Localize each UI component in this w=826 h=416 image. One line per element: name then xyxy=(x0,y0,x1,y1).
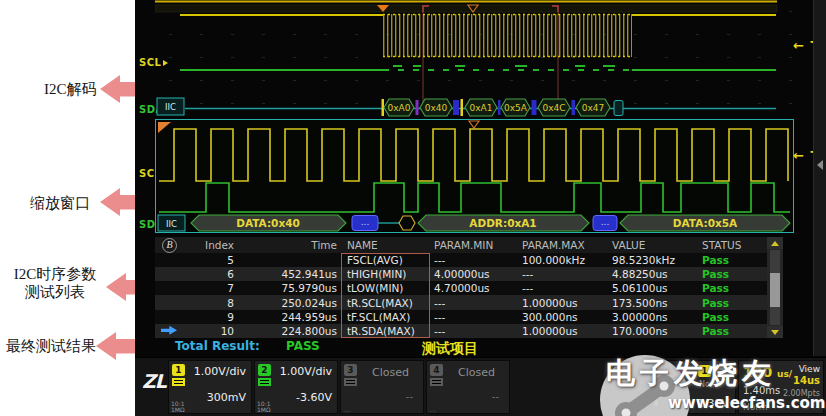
callout-final-result: 最终测试结果 xyxy=(6,337,96,355)
arrow-head-icon xyxy=(100,188,120,216)
callout-param-list-line1: I2C时序参数 xyxy=(2,265,108,283)
scl-zoom-trace xyxy=(159,129,788,181)
selected-row-arrow-icon xyxy=(161,326,177,335)
panel-collapse-icon[interactable] xyxy=(817,160,823,170)
scrollbar-thumb[interactable] xyxy=(770,273,780,307)
ack-marker-dots: ... xyxy=(601,217,610,227)
callout-zoom-window: 缩放窗口 xyxy=(30,194,90,212)
coupling-icon xyxy=(172,378,185,386)
table-row[interactable]: 5 FSCL(AVG) --- 100.000kHz 98.5230kHz Pa… xyxy=(155,253,767,267)
channel-3-block[interactable]: 3 Closed -- -:- xyxy=(340,360,424,414)
channel-4-state: Closed xyxy=(458,366,495,379)
timeline-strip xyxy=(155,5,777,12)
channel-3-state: Closed xyxy=(372,366,409,379)
decode-bus-badge-label: IIC xyxy=(165,102,176,112)
timebase-view-label: View xyxy=(799,364,820,374)
zoom-trigger-position-icon xyxy=(469,121,479,128)
timebase-view-window: 14us xyxy=(793,375,820,386)
svg-text:0x47: 0x47 xyxy=(582,103,605,113)
sda-zoom-trace xyxy=(159,183,790,212)
col-header-index: Index xyxy=(190,239,240,251)
table-row[interactable]: 7 75.9790us tLOW(MIN) 4.70000us --- 5.06… xyxy=(155,281,767,295)
side-panel[interactable] xyxy=(813,0,826,356)
i2c-stop-marker xyxy=(614,101,623,116)
channel-2-scale: 1.00V/div xyxy=(280,365,332,378)
ack-marker-dots: ... xyxy=(361,217,370,227)
table-row[interactable]: 9 244.959us tF.SCL(MAX) --- 300.000ns 3.… xyxy=(155,310,767,324)
svg-text:DATA:0x5A: DATA:0x5A xyxy=(673,217,738,229)
table-row[interactable]: 8 250.024us tR.SCL(MAX) --- 1.00000us 17… xyxy=(155,295,767,309)
channel-1-scale: 1.00V/div xyxy=(194,365,246,378)
svg-text:0x40: 0x40 xyxy=(425,103,448,113)
table-row-selected[interactable]: 10 224.800us tR.SDA(MAX) --- 1.00000us 1… xyxy=(155,324,767,338)
col-header-pmin: PARAM.MIN xyxy=(430,239,518,251)
total-result-label: Total Result: xyxy=(175,339,260,353)
channel-1-block[interactable]: 1 1.00V/div 300mV 10:11MΩ xyxy=(168,360,252,414)
callout-test-items: 测试项目 xyxy=(422,340,478,358)
svg-text:0xA1: 0xA1 xyxy=(470,103,493,113)
table-header-row: B Index Time NAME PARAM.MIN PARAM.MAX VA… xyxy=(155,237,767,253)
main-waveform-area: IIC 0xA0 0x40 0xA1 0 xyxy=(155,0,795,118)
channel-3-sub: -:- xyxy=(344,407,350,414)
col-header-pmax: PARAM.MAX xyxy=(518,239,608,251)
watermark-site: www.elecfans.com xyxy=(668,394,825,412)
status-badge: Pass xyxy=(698,325,767,337)
callout-param-list-line2: 测试列表 xyxy=(2,283,108,301)
table-scrollbar[interactable] xyxy=(767,237,783,338)
channel-4-offset: -- xyxy=(492,391,499,402)
channel-1-probe: 10:11MΩ xyxy=(171,401,185,413)
measurement-table: B Index Time NAME PARAM.MIN PARAM.MAX VA… xyxy=(155,237,767,338)
svg-text:ADDR:0xA1: ADDR:0xA1 xyxy=(469,217,536,229)
callout-i2c-decode: I2C解码 xyxy=(44,80,97,98)
svg-text:0x4C: 0x4C xyxy=(542,103,565,113)
channel-3-badge: 3 xyxy=(344,364,357,376)
status-badge: Pass xyxy=(698,268,767,280)
arrow-head-icon xyxy=(100,75,120,103)
status-badge: Pass xyxy=(698,254,767,266)
chevron-up-icon xyxy=(771,241,779,246)
svg-text:0xA0: 0xA0 xyxy=(388,103,411,113)
col-header-status: STATUS xyxy=(698,239,767,251)
channel-4-sub: -:- xyxy=(430,407,436,414)
zoom-decode-bus-badge-label: IIC xyxy=(166,219,177,229)
zoom-waveform-area: IIC DATA:0x40 ADDR:0xA1 DATA:0x5A ... ..… xyxy=(156,120,793,232)
status-badge: Pass xyxy=(698,311,767,323)
restart-token xyxy=(399,216,415,230)
arrow-head-icon xyxy=(96,332,116,360)
zoom-window[interactable]: IIC DATA:0x40 ADDR:0xA1 DATA:0x5A ... ..… xyxy=(155,119,794,233)
svg-text:DATA:0x40: DATA:0x40 xyxy=(236,217,300,229)
channel-2-offset: -3.60V xyxy=(296,391,332,404)
zoom-corner-marker-icon xyxy=(158,122,171,133)
table-row[interactable]: 6 452.941us tHIGH(MIN) 4.00000us --- 4.8… xyxy=(155,267,767,281)
total-result-value: PASS xyxy=(286,339,320,353)
chevron-down-icon xyxy=(771,330,779,335)
scl-clock-burst xyxy=(383,14,632,57)
status-badge: Pass xyxy=(698,282,767,294)
arrow-head-icon xyxy=(106,273,126,301)
col-header-name: NAME xyxy=(343,239,430,251)
channel-4-badge: 4 xyxy=(430,364,443,376)
watermark-brand: 电子发烧友 xyxy=(606,354,776,394)
table-corner[interactable]: B xyxy=(155,238,190,253)
channel-1-badge: 1 xyxy=(172,364,185,376)
channel-2-probe: 10:11MΩ xyxy=(257,401,271,413)
channel-4-block[interactable]: 4 Closed -- -:- xyxy=(426,360,510,414)
callout-param-list: I2C时序参数 测试列表 xyxy=(2,265,108,301)
coupling-icon xyxy=(258,378,271,386)
screenshot-page: I2C解码 缩放窗口 I2C时序参数 测试列表 最终测试结果 SCL SDA S… xyxy=(0,0,826,416)
channel-2-block[interactable]: 2 1.00V/div -3.60V 10:11MΩ xyxy=(254,360,338,414)
bus-selector-icon[interactable]: B xyxy=(162,238,177,253)
channel-off-icon xyxy=(344,378,357,386)
channel-2-badge: 2 xyxy=(258,364,271,376)
col-header-value: VALUE xyxy=(608,239,698,251)
scroll-up-button[interactable] xyxy=(767,237,783,249)
status-badge: Pass xyxy=(698,297,767,309)
i2c-restart-marker xyxy=(461,99,464,116)
channel-1-offset: 300mV xyxy=(207,391,246,404)
channel-off-icon xyxy=(430,378,443,386)
col-header-time: Time xyxy=(240,239,343,251)
svg-text:0x5A: 0x5A xyxy=(504,103,528,113)
scroll-down-button[interactable] xyxy=(767,326,783,338)
channel-3-offset: -- xyxy=(406,391,413,402)
